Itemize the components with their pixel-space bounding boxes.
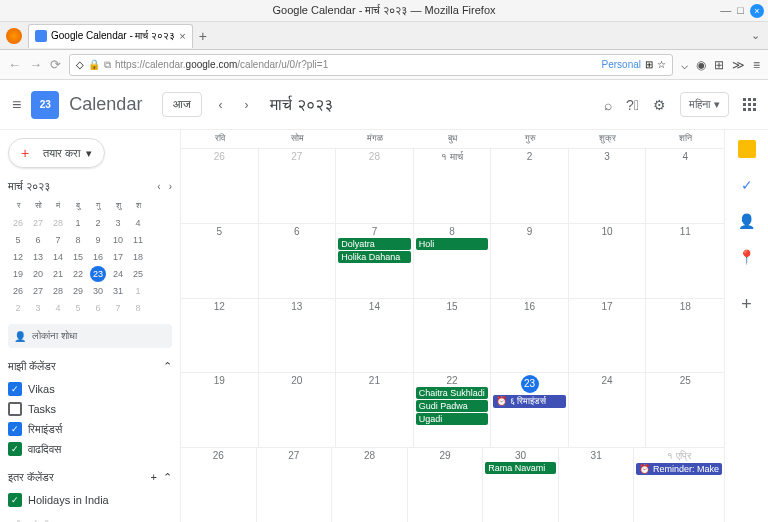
event-chip[interactable]: Holika Dahana bbox=[338, 251, 411, 263]
day-cell[interactable]: 21 bbox=[336, 373, 414, 447]
reader-icon[interactable]: ⊞ bbox=[645, 59, 653, 70]
day-cell[interactable]: 15 bbox=[414, 299, 492, 373]
month-title: मार्च २०२३ bbox=[270, 96, 332, 114]
event-chip[interactable]: Rama Navami bbox=[485, 462, 556, 474]
main-menu-icon[interactable]: ≡ bbox=[12, 96, 21, 114]
day-cell[interactable]: 26 bbox=[181, 448, 257, 522]
weekday-header: शनि bbox=[646, 130, 724, 148]
account-icon[interactable]: ◉ bbox=[696, 58, 706, 72]
day-cell[interactable]: 27 bbox=[259, 149, 337, 223]
maximize-button[interactable]: □ bbox=[737, 4, 744, 18]
hamburger-icon[interactable]: ≡ bbox=[753, 58, 760, 72]
day-cell[interactable]: 24 bbox=[569, 373, 647, 447]
day-cell[interactable]: 7DolyatraHolika Dahana bbox=[336, 224, 414, 298]
day-cell[interactable]: 26 bbox=[181, 149, 259, 223]
mini-next-button[interactable]: › bbox=[169, 181, 172, 192]
back-button[interactable]: ← bbox=[8, 57, 21, 72]
checkbox-icon[interactable]: ✓ bbox=[8, 493, 22, 507]
keep-icon[interactable] bbox=[738, 140, 756, 158]
day-cell[interactable]: 3 bbox=[569, 149, 647, 223]
checkbox-icon[interactable]: ✓ bbox=[8, 422, 22, 436]
checkbox-icon[interactable] bbox=[8, 402, 22, 416]
day-cell[interactable]: 16 bbox=[491, 299, 569, 373]
pocket-icon[interactable]: ⌵ bbox=[681, 58, 688, 72]
day-cell[interactable]: 29 bbox=[408, 448, 484, 522]
google-apps-icon[interactable] bbox=[743, 98, 756, 111]
day-cell[interactable]: 20 bbox=[259, 373, 337, 447]
calendar-item[interactable]: ✓Vikas bbox=[8, 379, 172, 399]
extension-icon[interactable]: ⊞ bbox=[714, 58, 724, 72]
search-people-input[interactable]: 👤 लोकांना शोधा bbox=[8, 324, 172, 348]
day-cell[interactable]: 8Holi bbox=[414, 224, 492, 298]
close-button[interactable]: × bbox=[750, 4, 764, 18]
event-chip[interactable]: ⏰ ६ रिमाइंडर्स bbox=[493, 395, 566, 408]
tab-close-icon[interactable]: × bbox=[179, 30, 185, 42]
view-selector[interactable]: महिना▾ bbox=[680, 92, 729, 117]
day-cell[interactable]: 27 bbox=[257, 448, 333, 522]
event-chip[interactable]: Chaitra Sukhladi bbox=[416, 387, 489, 399]
day-cell[interactable]: 30Rama Navami bbox=[483, 448, 559, 522]
day-cell[interactable]: 23⏰ ६ रिमाइंडर्स bbox=[491, 373, 569, 447]
day-cell[interactable]: 22Chaitra SukhladiGudi PadwaUgadi bbox=[414, 373, 492, 447]
other-calendars-header[interactable]: इतर कॅलेंडर bbox=[8, 471, 54, 484]
app-header: ≡ 23 Calendar आज ‹ › मार्च २०२३ ⌕ ?⃝ ⚙ म… bbox=[0, 80, 768, 130]
tabbar-menu-icon[interactable]: ⌄ bbox=[751, 29, 760, 42]
day-cell[interactable]: 11 bbox=[646, 224, 724, 298]
help-icon[interactable]: ?⃝ bbox=[626, 97, 639, 113]
mini-calendar[interactable]: रसोमंबुगुशुश2627281234567891011121314151… bbox=[8, 197, 172, 316]
day-cell[interactable]: 5 bbox=[181, 224, 259, 298]
calendar-item[interactable]: Tasks bbox=[8, 399, 172, 419]
calendar-item[interactable]: ✓Holidays in India bbox=[8, 490, 172, 510]
event-chip[interactable]: Dolyatra bbox=[338, 238, 411, 250]
minimize-button[interactable]: — bbox=[720, 4, 731, 18]
create-button[interactable]: + तयार करा ▾ bbox=[8, 138, 105, 168]
url-bar[interactable]: ◇ 🔒 ⧉ https://calendar.google.com/calend… bbox=[69, 54, 673, 76]
day-cell[interactable]: 28 bbox=[332, 448, 408, 522]
contacts-icon[interactable]: 👤 bbox=[738, 212, 756, 230]
day-cell[interactable]: 4 bbox=[646, 149, 724, 223]
prev-month-button[interactable]: ‹ bbox=[212, 98, 228, 112]
reload-button[interactable]: ⟳ bbox=[50, 57, 61, 72]
day-cell[interactable]: 14 bbox=[336, 299, 414, 373]
collapse-icon[interactable]: ⌃ bbox=[163, 471, 172, 483]
forward-button[interactable]: → bbox=[29, 57, 42, 72]
checkbox-icon[interactable]: ✓ bbox=[8, 382, 22, 396]
day-cell[interactable]: 31 bbox=[559, 448, 635, 522]
day-cell[interactable]: 25 bbox=[646, 373, 724, 447]
overflow-icon[interactable]: ≫ bbox=[732, 58, 745, 72]
bookmark-icon[interactable]: ☆ bbox=[657, 59, 666, 70]
day-cell[interactable]: १ एप्रि⏰ Reminder: Make bbox=[634, 448, 724, 522]
add-calendar-icon[interactable]: + bbox=[150, 471, 156, 483]
day-cell[interactable]: 9 bbox=[491, 224, 569, 298]
tasks-icon[interactable]: ✓ bbox=[738, 176, 756, 194]
day-cell[interactable]: 6 bbox=[259, 224, 337, 298]
collapse-icon[interactable]: ⌃ bbox=[163, 360, 172, 373]
settings-icon[interactable]: ⚙ bbox=[653, 97, 666, 113]
day-cell[interactable]: 12 bbox=[181, 299, 259, 373]
day-cell[interactable]: 10 bbox=[569, 224, 647, 298]
event-chip[interactable]: Ugadi bbox=[416, 413, 489, 425]
my-calendars-header[interactable]: माझी कॅलेंडर bbox=[8, 360, 56, 373]
new-tab-button[interactable]: + bbox=[199, 28, 207, 44]
next-month-button[interactable]: › bbox=[238, 98, 254, 112]
event-chip[interactable]: Holi bbox=[416, 238, 489, 250]
day-cell[interactable]: 19 bbox=[181, 373, 259, 447]
calendar-item[interactable]: ✓वाढदिवस bbox=[8, 439, 172, 459]
day-cell[interactable]: 28 bbox=[336, 149, 414, 223]
mini-prev-button[interactable]: ‹ bbox=[157, 181, 160, 192]
event-chip[interactable]: ⏰ Reminder: Make bbox=[636, 463, 722, 475]
browser-tab[interactable]: Google Calendar - मार्च २०२३ × bbox=[28, 24, 193, 48]
day-cell[interactable]: 2 bbox=[491, 149, 569, 223]
checkbox-icon[interactable]: ✓ bbox=[8, 442, 22, 456]
day-cell[interactable]: १ मार्च bbox=[414, 149, 492, 223]
calendar-item[interactable]: ✓रिमाइंडर्स bbox=[8, 419, 172, 439]
permissions-icon: ⧉ bbox=[104, 59, 111, 71]
event-chip[interactable]: Gudi Padwa bbox=[416, 400, 489, 412]
day-cell[interactable]: 17 bbox=[569, 299, 647, 373]
maps-icon[interactable]: 📍 bbox=[738, 248, 756, 266]
addons-icon[interactable]: + bbox=[741, 294, 752, 315]
search-icon[interactable]: ⌕ bbox=[604, 97, 612, 113]
day-cell[interactable]: 13 bbox=[259, 299, 337, 373]
today-button[interactable]: आज bbox=[162, 92, 202, 117]
day-cell[interactable]: 18 bbox=[646, 299, 724, 373]
